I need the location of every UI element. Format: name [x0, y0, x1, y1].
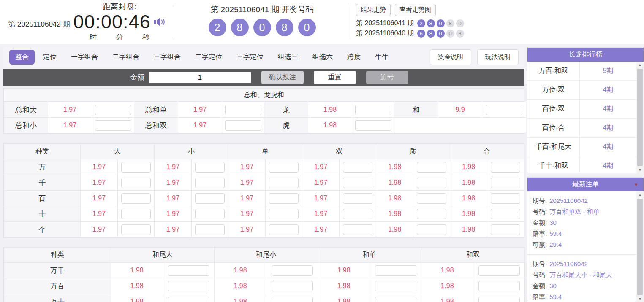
odds-bet-input[interactable] [478, 265, 520, 276]
odds-value: 1.97 [81, 206, 118, 222]
result-trend-button[interactable]: 结果走势 [356, 4, 391, 16]
odds-bet-input[interactable] [355, 120, 391, 131]
scroll-up-icon[interactable]: ▲ [636, 62, 644, 68]
odds-bet-input[interactable] [225, 105, 261, 115]
scrollbar-thumb[interactable] [637, 69, 643, 166]
tab-item-6[interactable]: 二字定位 [189, 50, 228, 65]
scroll-down-icon[interactable]: ▼ [636, 296, 644, 302]
odds-bet-input[interactable] [478, 297, 520, 302]
odds-bet-input[interactable] [269, 162, 299, 173]
scroll-down-icon[interactable]: ▼ [636, 167, 644, 173]
odds-bet-input[interactable] [355, 105, 391, 115]
odds-bet-input[interactable] [343, 178, 372, 188]
odds-bet-input[interactable] [417, 162, 446, 173]
odds-bet-input[interactable] [121, 209, 151, 219]
odds-bet-input[interactable] [168, 297, 209, 302]
odds-bet-input[interactable] [375, 297, 416, 302]
column-header: 双 [302, 144, 376, 159]
tab-item-8[interactable]: 组选三 [272, 50, 304, 65]
tab-item-7[interactable]: 三字定位 [231, 50, 269, 65]
odds-bet-input[interactable] [272, 297, 313, 302]
odds-bet-input[interactable] [491, 224, 520, 235]
amount-input[interactable] [149, 72, 251, 83]
odds-bet-input[interactable] [121, 193, 151, 204]
order-entry: 期号:20251106042号码:万百和尾大小 - 和尾大金额:30赔率:59.… [527, 254, 636, 302]
odds-bet-input[interactable] [121, 178, 151, 188]
order-issue-value: 20251106042 [549, 259, 588, 270]
odds-bet-input[interactable] [343, 193, 372, 204]
tab-item-10[interactable]: 跨度 [341, 50, 367, 65]
bet-input-cell [266, 159, 302, 175]
history-issue-label: 第 20251106040 期 [356, 29, 414, 38]
confirm-bet-button[interactable]: 确认投注 [261, 71, 304, 84]
odds-bet-input[interactable] [272, 265, 313, 276]
odds-bet-input[interactable] [375, 265, 416, 276]
odds-bet-input[interactable] [225, 120, 261, 131]
odds-bet-input[interactable] [168, 265, 209, 276]
reset-button[interactable]: 重置 [314, 71, 356, 84]
speaker-icon[interactable] [153, 16, 166, 30]
odds-bet-input[interactable] [491, 193, 520, 204]
odds-bet-input[interactable] [417, 224, 446, 235]
odds-bet-input[interactable] [478, 281, 520, 291]
bet-type-label: 总和单 [134, 102, 178, 118]
tab-item-1[interactable]: 整合 [9, 50, 35, 65]
chase-number-button[interactable]: 追号 [366, 71, 408, 84]
collapse-caret-icon[interactable]: ▼ [634, 182, 639, 187]
scroll-up-icon[interactable]: ▲ [636, 191, 644, 198]
tab-item-11[interactable]: 牛牛 [369, 50, 394, 65]
order-odds-line: 赔率:59.4 [533, 228, 631, 239]
tab-item-2[interactable]: 定位 [37, 50, 62, 65]
odds-bet-input[interactable] [269, 193, 299, 204]
tab-item-4[interactable]: 二字组合 [106, 50, 145, 65]
odds-bet-input[interactable] [417, 209, 446, 219]
odds-bet-input[interactable] [168, 281, 209, 291]
bet-input-cell [487, 222, 524, 237]
prize-info-button[interactable]: 奖金说明 [430, 49, 471, 65]
odds-bet-input[interactable] [491, 178, 520, 188]
odds-bet-input[interactable] [269, 209, 299, 219]
odds-bet-input[interactable] [343, 224, 372, 235]
odds-bet-input[interactable] [195, 224, 225, 235]
odds-bet-input[interactable] [195, 162, 225, 173]
odds-bet-input[interactable] [269, 224, 299, 235]
odds-bet-input[interactable] [95, 105, 131, 115]
bet-input-cell [340, 191, 376, 206]
order-issue-label: 期号: [533, 259, 547, 270]
odds-bet-input[interactable] [491, 209, 520, 219]
odds-bet-input[interactable] [269, 178, 299, 188]
view-trend-chart-button[interactable]: 查看走势图 [395, 4, 436, 16]
orders-scrollbar[interactable]: ▲ ▼ [636, 191, 644, 302]
column-header: 和双 [421, 248, 525, 263]
odds-bet-input[interactable] [195, 193, 225, 204]
odds-bet-input[interactable] [95, 120, 131, 131]
dragon-scrollbar[interactable]: ▲ ▼ [636, 62, 644, 173]
column-header: 种类 [4, 248, 111, 263]
odds-bet-input[interactable] [491, 162, 520, 173]
odds-bet-input[interactable] [272, 281, 313, 291]
odds-bet-input[interactable] [195, 178, 225, 188]
history-number-ball: 0 [446, 30, 454, 38]
odds-bet-input[interactable] [343, 162, 372, 173]
odds-value: 1.97 [302, 159, 340, 175]
order-entry: 期号:20251106042号码:万百和单双 - 和单金额:30赔率:59.4可… [527, 191, 636, 254]
top-header: 第 20251106042 期 距离封盘: 00:00:46 [0, 0, 644, 44]
odds-bet-input[interactable] [121, 162, 151, 173]
order-amount-value: 30 [549, 280, 557, 291]
odds-bet-input[interactable] [343, 209, 372, 219]
latest-orders-header[interactable]: 最新注单 ▼ [527, 178, 644, 191]
scrollbar-thumb[interactable] [637, 199, 643, 295]
odds-bet-input[interactable] [195, 209, 225, 219]
tab-item-5[interactable]: 三字组合 [148, 50, 187, 65]
tab-item-3[interactable]: 一字组合 [65, 50, 104, 65]
odds-bet-input[interactable] [486, 105, 522, 115]
rules-info-button[interactable]: 玩法说明 [477, 49, 519, 65]
tab-item-9[interactable]: 组选六 [307, 50, 339, 65]
odds-bet-input[interactable] [121, 224, 151, 235]
column-header: 单 [228, 144, 302, 159]
table-row: 万千1.981.981.981.98 [4, 263, 525, 278]
order-amount-label: 金额: [533, 280, 547, 291]
odds-bet-input[interactable] [417, 193, 446, 204]
odds-bet-input[interactable] [375, 281, 416, 291]
odds-bet-input[interactable] [417, 178, 446, 188]
